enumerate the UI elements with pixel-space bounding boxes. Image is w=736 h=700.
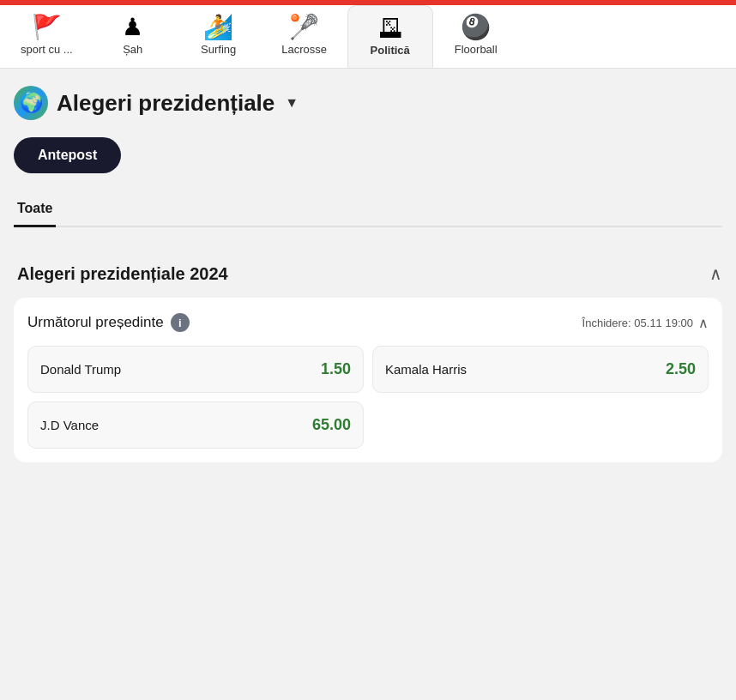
- event-card-header: Următorul președinte i Închidere: 05.11 …: [27, 313, 709, 332]
- antepost-button[interactable]: Antepost: [14, 137, 121, 173]
- event-card: Următorul președinte i Închidere: 05.11 …: [14, 298, 722, 462]
- tab-label-floorball: Floorball: [455, 43, 498, 56]
- nav-tab-politica[interactable]: 🗳 Politică: [347, 5, 433, 68]
- tab-icon-floorball: 🎱: [461, 15, 491, 39]
- event-name-row: Următorul președinte i: [27, 313, 190, 332]
- nav-tabs: 🚩 sport cu ... ♟ Șah 🏄 Surfing 🥍 Lacross…: [0, 5, 736, 69]
- section: Alegeri prezidențiale 2024 ∧ Următorul p…: [14, 253, 722, 462]
- tab-icon-sah: ♟: [122, 15, 143, 39]
- tab-icon-politica: 🗳: [378, 16, 402, 40]
- league-title: Alegeri prezidențiale: [57, 90, 274, 117]
- bet-name-kamala-harris: Kamala Harris: [385, 362, 467, 377]
- bet-option-jd-vance[interactable]: J.D Vance 65.00: [27, 401, 364, 449]
- bet-row-1: Donald Trump 1.50 Kamala Harris 2.50: [27, 346, 709, 393]
- main-content: 🌍 Alegeri prezidențiale ▼ Antepost Toate…: [0, 69, 736, 490]
- tab-label-surfing: Surfing: [201, 43, 236, 56]
- filter-tab-toate[interactable]: Toate: [14, 194, 56, 227]
- league-header: 🌍 Alegeri prezidențiale ▼: [14, 86, 722, 120]
- bet-option-donald-trump[interactable]: Donald Trump 1.50: [27, 346, 364, 393]
- nav-tab-sah[interactable]: ♟ Șah: [90, 5, 176, 68]
- event-collapse-icon[interactable]: ∧: [698, 315, 709, 331]
- tab-label-sport-cu: sport cu ...: [21, 43, 73, 56]
- closing-info: Închidere: 05.11 19:00 ∧: [582, 315, 709, 331]
- bet-row-2: J.D Vance 65.00: [27, 401, 709, 449]
- event-name: Următorul președinte: [27, 314, 164, 331]
- section-collapse-icon[interactable]: ∧: [709, 263, 722, 284]
- bet-odd-jd-vance: 65.00: [312, 416, 351, 434]
- league-globe-icon: 🌍: [14, 86, 48, 120]
- bet-odd-kamala-harris: 2.50: [666, 360, 696, 378]
- bet-odd-donald-trump: 1.50: [321, 360, 351, 378]
- tab-icon-sport-cu: 🚩: [32, 15, 62, 39]
- nav-tab-lacrosse[interactable]: 🥍 Lacrosse: [262, 5, 347, 68]
- nav-tab-floorball[interactable]: 🎱 Floorball: [433, 5, 519, 68]
- tab-label-lacrosse: Lacrosse: [281, 43, 327, 56]
- bet-name-donald-trump: Donald Trump: [40, 362, 121, 377]
- section-header: Alegeri prezidențiale 2024 ∧: [14, 253, 722, 298]
- tab-label-sah: Șah: [123, 43, 142, 56]
- tab-label-politica: Politică: [371, 44, 410, 57]
- tab-icon-surfing: 🏄: [203, 15, 233, 39]
- closing-label: Închidere: 05.11 19:00: [582, 317, 693, 329]
- league-dropdown-icon[interactable]: ▼: [285, 95, 299, 111]
- filter-tabs: Toate: [14, 194, 722, 227]
- nav-tab-surfing[interactable]: 🏄 Surfing: [176, 5, 262, 68]
- section-title: Alegeri prezidențiale 2024: [17, 264, 228, 284]
- nav-tab-sport-cu[interactable]: 🚩 sport cu ...: [3, 5, 90, 68]
- info-icon[interactable]: i: [171, 313, 190, 332]
- tab-icon-lacrosse: 🥍: [289, 15, 319, 39]
- bet-name-jd-vance: J.D Vance: [40, 418, 99, 432]
- bet-option-kamala-harris[interactable]: Kamala Harris 2.50: [372, 346, 709, 393]
- bet-grid: Donald Trump 1.50 Kamala Harris 2.50 J.D…: [27, 346, 709, 449]
